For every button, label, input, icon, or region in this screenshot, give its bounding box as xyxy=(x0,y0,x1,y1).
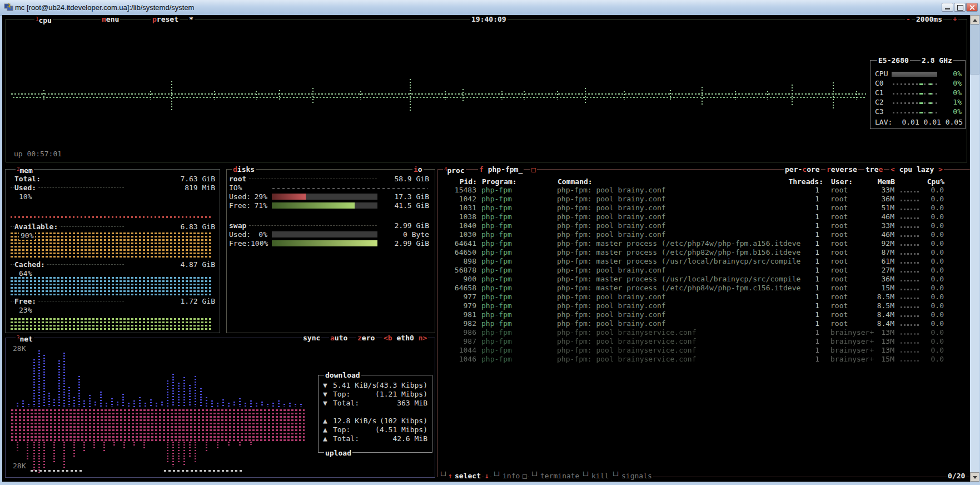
process-program: php-fpm xyxy=(481,275,512,283)
process-pid: 1038 xyxy=(442,212,476,221)
process-mem: 8.4M xyxy=(860,310,894,319)
process-command: php-fpm: pool brainy.conf xyxy=(557,221,666,230)
process-pid: 1040 xyxy=(442,221,476,230)
process-command: php-fpm: pool brainy.conf xyxy=(557,266,666,274)
process-row[interactable]: 1046php-fpmphp-fpm: pool brainyservice.c… xyxy=(0,355,980,364)
process-row[interactable]: 977php-fpmphp-fpm: pool brainy.conf1root… xyxy=(0,293,980,301)
process-user: root xyxy=(830,301,848,310)
info-button[interactable]: info xyxy=(501,472,521,480)
info-box-icon: □ xyxy=(521,472,528,480)
process-row[interactable]: 979php-fpmphp-fpm: pool brainy.conf1root… xyxy=(0,301,980,310)
process-pid: 986 xyxy=(442,328,476,336)
process-row[interactable]: 1030php-fpmphp-fpm: pool brainy.conf1roo… xyxy=(0,230,980,239)
process-user: root xyxy=(830,204,848,212)
process-program: php-fpm xyxy=(481,355,512,363)
process-program: php-fpm xyxy=(481,293,512,301)
process-mem: 8.4M xyxy=(860,319,894,328)
process-command: php-fpm: master process (/usr/local/brai… xyxy=(557,275,800,283)
process-user: root xyxy=(830,248,848,256)
process-command: php-fpm: pool brainy.conf xyxy=(557,195,666,203)
process-command: php-fpm: pool brainy.conf xyxy=(557,293,666,301)
process-mem: 51M xyxy=(860,204,894,212)
app-window: mc [root@ub24.itdeveloper.com.ua]:/lib/s… xyxy=(0,0,980,485)
process-cpu: 0.0 xyxy=(916,284,944,292)
signals-button[interactable]: signals xyxy=(620,472,653,480)
process-user: root xyxy=(830,293,848,301)
process-command: php-fpm: pool brainy.conf xyxy=(557,230,666,239)
process-mem: 36M xyxy=(860,195,894,203)
process-user: root xyxy=(830,230,848,239)
process-program: php-fpm xyxy=(481,266,512,274)
scrollbar-down-icon[interactable] xyxy=(970,472,979,482)
process-cpu: 0.0 xyxy=(916,275,944,283)
process-row[interactable]: 1031php-fpmphp-fpm: pool brainy.conf1roo… xyxy=(0,204,980,212)
process-user: root xyxy=(830,221,848,230)
process-mem: 36M xyxy=(860,275,894,283)
process-program: php-fpm xyxy=(481,239,512,248)
process-cpu: 0.0 xyxy=(916,195,944,203)
process-pid: 900 xyxy=(442,275,476,283)
process-pid: 979 xyxy=(442,301,476,310)
process-program: php-fpm xyxy=(481,230,512,239)
selected-counter: 0/20 xyxy=(947,472,966,480)
process-row[interactable]: 1042php-fpmphp-fpm: pool brainy.conf1roo… xyxy=(0,195,980,204)
process-row[interactable]: 981php-fpmphp-fpm: pool brainy.conf1root… xyxy=(0,310,980,319)
process-row[interactable]: 1038php-fpmphp-fpm: pool brainy.conf1roo… xyxy=(0,212,980,221)
process-row[interactable]: 64650php-fpmphp-fpm: master process (/et… xyxy=(0,248,980,257)
kill-button[interactable]: kill xyxy=(590,472,610,480)
process-cpu: 0.0 xyxy=(916,328,944,336)
scrollbar-up-icon[interactable] xyxy=(970,15,979,24)
select-up-arrow[interactable]: ↑ xyxy=(447,472,454,480)
process-row[interactable]: 898php-fpmphp-fpm: master process (/usr/… xyxy=(0,257,980,266)
process-program: php-fpm xyxy=(481,221,512,230)
process-row[interactable]: 987php-fpmphp-fpm: pool brainyservice.co… xyxy=(0,337,980,346)
process-mem: 8.5M xyxy=(860,301,894,310)
process-cpu: 0.0 xyxy=(916,355,944,363)
process-command: php-fpm: pool brainyservice.conf xyxy=(557,346,696,354)
process-program: php-fpm xyxy=(481,319,512,328)
process-threads: 1 xyxy=(789,248,819,256)
process-command: php-fpm: master process (/etc/php74w/php… xyxy=(557,239,800,248)
process-row[interactable]: 64641php-fpmphp-fpm: master process (/et… xyxy=(0,239,980,248)
process-row[interactable]: 1040php-fpmphp-fpm: pool brainy.conf1roo… xyxy=(0,221,980,230)
process-pid: 64650 xyxy=(442,248,476,256)
process-pid: 15483 xyxy=(442,186,476,194)
process-row[interactable]: 986php-fpmphp-fpm: pool brainyservice.co… xyxy=(0,328,980,337)
process-row[interactable]: 64658php-fpmphp-fpm: master process (/et… xyxy=(0,284,980,293)
process-threads: 1 xyxy=(789,266,819,274)
process-mem: 46M xyxy=(860,230,894,239)
select-down-arrow[interactable]: ↓ xyxy=(484,472,490,480)
scrollbar[interactable] xyxy=(970,15,979,482)
process-threads: 1 xyxy=(789,301,819,310)
process-user: root xyxy=(830,310,848,319)
scrollbar-thumb[interactable] xyxy=(970,24,979,75)
process-row[interactable]: 982php-fpmphp-fpm: pool brainy.conf1root… xyxy=(0,319,980,328)
process-program: php-fpm xyxy=(481,248,512,256)
process-row[interactable]: 15483php-fpmphp-fpm: pool brainy.conf1ro… xyxy=(0,186,980,195)
terminate-button[interactable]: terminate xyxy=(539,472,580,480)
process-command: php-fpm: pool brainyservice.conf xyxy=(557,337,696,345)
process-command: php-fpm: pool brainy.conf xyxy=(557,212,666,221)
process-cpu: 0.0 xyxy=(916,204,944,212)
process-user: root xyxy=(830,284,848,292)
process-table-rows: 15483php-fpmphp-fpm: pool brainy.conf1ro… xyxy=(0,0,980,485)
process-threads: 1 xyxy=(789,328,819,336)
process-mem: 15M xyxy=(860,355,894,363)
process-row[interactable]: 1044php-fpmphp-fpm: pool brainyservice.c… xyxy=(0,346,980,355)
process-command: php-fpm: master process (/usr/local/brai… xyxy=(557,257,800,265)
process-cpu: 0.0 xyxy=(916,248,944,256)
mem-available-percent: 90% xyxy=(19,231,35,240)
process-threads: 1 xyxy=(789,204,819,212)
footer-separator: └┘ xyxy=(610,472,621,480)
process-cpu: 0.0 xyxy=(916,239,944,248)
process-threads: 1 xyxy=(789,284,819,292)
process-row[interactable]: 900php-fpmphp-fpm: master process (/usr/… xyxy=(0,275,980,284)
process-pid: 64658 xyxy=(442,284,476,292)
process-command: php-fpm: pool brainy.conf xyxy=(557,204,666,212)
select-button[interactable]: select xyxy=(454,472,482,480)
process-pid: 1046 xyxy=(442,355,476,363)
process-mem: 13M xyxy=(860,328,894,336)
process-row[interactable]: 56878php-fpmphp-fpm: pool brainy.conf1ro… xyxy=(0,266,980,275)
process-cpu: 0.0 xyxy=(916,221,944,230)
footer-separator: └┘ xyxy=(580,472,591,480)
